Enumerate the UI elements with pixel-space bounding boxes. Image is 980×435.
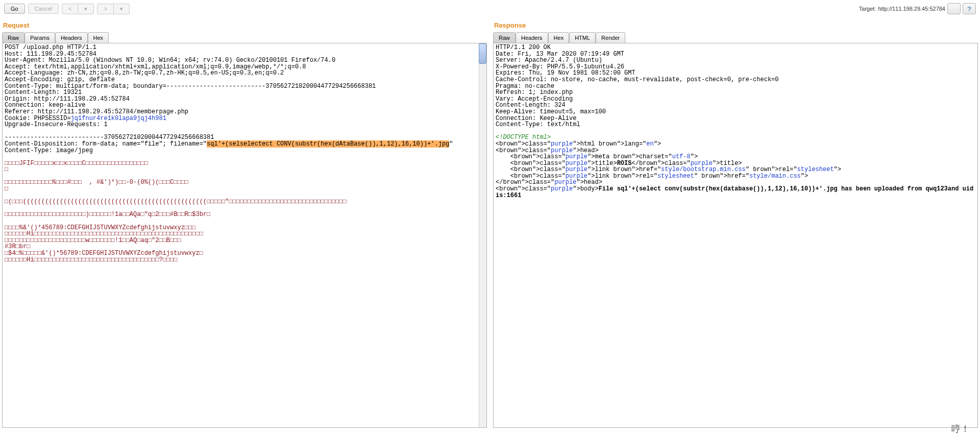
response-content[interactable]: HTTP/1.1 200 OK Date: Fri, 13 Mar 2020 0… (493, 43, 978, 428)
response-panel: Response Raw Headers Hex HTML Render HTT… (491, 17, 980, 428)
target-url: http://111.198.29.45:52784 (878, 6, 945, 12)
request-tabs: Raw Params Headers Hex (0, 32, 489, 43)
go-button[interactable]: Go (4, 4, 25, 14)
corner-splash: 哼！ (951, 423, 970, 428)
history-forward-button: > (97, 4, 113, 14)
response-tabs: Raw Headers Hex HTML Render (491, 32, 980, 43)
history-back-group: < ▾ (62, 4, 94, 14)
history-forward-menu: ▾ (114, 4, 130, 14)
tab-headers-resp[interactable]: Headers (516, 32, 548, 43)
history-back-menu: ▾ (78, 4, 94, 14)
panels: Request Raw Params Headers Hex POST /upl… (0, 17, 980, 428)
tab-params[interactable]: Params (24, 32, 55, 43)
edit-target-button[interactable] (947, 3, 961, 14)
request-panel: Request Raw Params Headers Hex POST /upl… (0, 17, 491, 428)
scrollbar-track[interactable] (479, 43, 486, 427)
help-button[interactable]: ? (963, 3, 976, 14)
tab-hex[interactable]: Hex (88, 32, 109, 43)
target-label: Target: (859, 6, 876, 12)
tab-raw[interactable]: Raw (2, 32, 24, 43)
response-title: Response (491, 17, 980, 32)
history-forward-group: > ▾ (97, 4, 129, 14)
question-icon: ? (967, 5, 971, 13)
target-display: Target: http://111.198.29.45:52784 ? (859, 3, 976, 14)
request-content[interactable]: POST /upload.php HTTP/1.1 Host: 111.198.… (2, 43, 487, 428)
tab-html-resp[interactable]: HTML (569, 32, 596, 43)
tab-render-resp[interactable]: Render (596, 32, 625, 43)
history-back-button: < (62, 4, 78, 14)
tab-headers[interactable]: Headers (55, 32, 88, 43)
scrollbar-thumb[interactable] (479, 43, 486, 64)
toolbar: Go Cancel < ▾ > ▾ Target: http://111.198… (0, 0, 980, 17)
tab-hex-resp[interactable]: Hex (548, 32, 570, 43)
cancel-button: Cancel (28, 4, 59, 14)
request-title: Request (0, 17, 489, 32)
tab-raw-resp[interactable]: Raw (493, 32, 516, 43)
